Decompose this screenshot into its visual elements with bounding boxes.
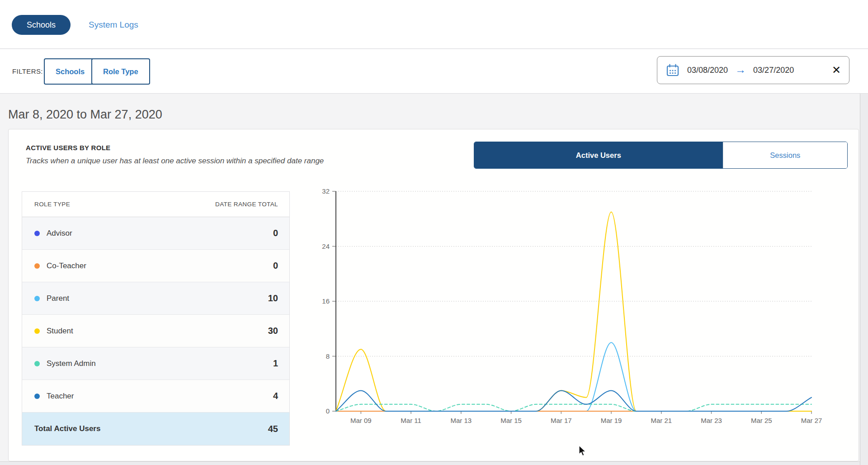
total-value: 45 [268,424,278,434]
page-title: Mar 8, 2020 to Mar 27, 2020 [8,108,162,122]
series-line-parent [336,342,811,411]
horizontal-scrollbar[interactable] [0,461,860,465]
vertical-scrollbar[interactable] [860,94,868,465]
x-tick-label: Mar 25 [751,417,772,424]
role-color-dot [34,296,40,301]
table-row: Co-Teacher0 [22,250,289,282]
role-label: System Admin [47,359,273,368]
role-value: 1 [273,358,278,369]
role-value: 4 [273,391,278,401]
app-root: Schools System Logs FILTERS: Schools Rol… [0,0,868,465]
date-start-value[interactable]: 03/08/2020 [687,66,728,75]
table-header-row: ROLE TYPE DATE RANGE TOTAL [22,192,289,217]
tab-schools[interactable]: Schools [12,15,71,35]
role-value: 30 [268,326,278,336]
series-line-system-admin [336,404,811,411]
x-tick-label: Mar 21 [651,417,672,424]
table-body: Advisor0Co-Teacher0Parent10Student30Syst… [22,217,289,413]
x-tick-label: Mar 13 [450,417,472,424]
arrow-right-icon: → [735,64,746,75]
x-tick-label: Mar 23 [701,417,722,424]
role-color-dot [34,328,40,334]
table-row: Teacher4 [22,380,289,413]
y-tick-label: 32 [322,187,330,195]
tab-system-logs[interactable]: System Logs [89,20,138,30]
toggle-sessions[interactable]: Sessions [723,142,847,168]
role-value: 10 [268,293,278,304]
active-users-chart: 08162432Mar 09Mar 11Mar 13Mar 15Mar 17Ma… [298,185,841,432]
toggle-active-users[interactable]: Active Users [474,142,723,168]
x-tick-label: Mar 15 [500,417,522,424]
role-color-dot [34,263,40,269]
x-tick-label: Mar 17 [551,417,572,424]
column-header-date-range-total: DATE RANGE TOTAL [215,201,289,208]
table-row: System Admin1 [22,347,289,380]
role-color-dot [34,394,40,399]
y-tick-label: 16 [322,297,330,305]
y-tick-label: 8 [326,352,330,360]
total-label: Total Active Users [34,424,268,433]
filter-schools-button[interactable]: Schools [44,58,96,85]
x-tick-label: Mar 09 [350,417,372,424]
filter-role-type-button[interactable]: Role Type [91,58,150,85]
y-tick-label: 24 [322,242,330,250]
table-row: Student30 [22,315,289,347]
top-nav: Schools System Logs [0,0,868,49]
table-row: Advisor0 [22,217,289,250]
card-subtitle: Tracks when a unique user has at least o… [26,157,324,166]
y-tick-label: 0 [326,407,330,415]
filters-bar: FILTERS: Schools Role Type 03/08/2020 → … [0,49,868,94]
role-color-dot [34,231,40,236]
card-title: ACTIVE USERS BY ROLE [26,144,110,152]
role-label: Co-Teacher [47,261,273,270]
calendar-icon [665,63,680,77]
table-row: Parent10 [22,282,289,315]
table-total-row: Total Active Users 45 [22,413,289,445]
role-color-dot [34,361,40,366]
date-range-picker[interactable]: 03/08/2020 → 03/27/2020 ✕ [657,56,849,84]
column-header-role-type: ROLE TYPE [22,201,215,208]
filters-label: FILTERS: [12,67,43,75]
role-label: Parent [47,294,268,303]
x-tick-label: Mar 19 [601,417,622,424]
x-tick-label: Mar 11 [401,417,421,424]
clear-date-icon[interactable]: ✕ [832,65,841,76]
x-tick-label: Mar 27 [801,417,822,424]
role-value: 0 [273,228,278,238]
role-table: ROLE TYPE DATE RANGE TOTAL Advisor0Co-Te… [22,191,290,446]
series-line-student [336,212,811,411]
role-label: Student [47,327,268,336]
role-value: 0 [273,261,278,271]
view-toggle: Active Users Sessions [474,142,848,169]
date-end-value[interactable]: 03/27/2020 [753,66,794,75]
role-label: Advisor [47,229,273,238]
role-label: Teacher [47,392,273,401]
